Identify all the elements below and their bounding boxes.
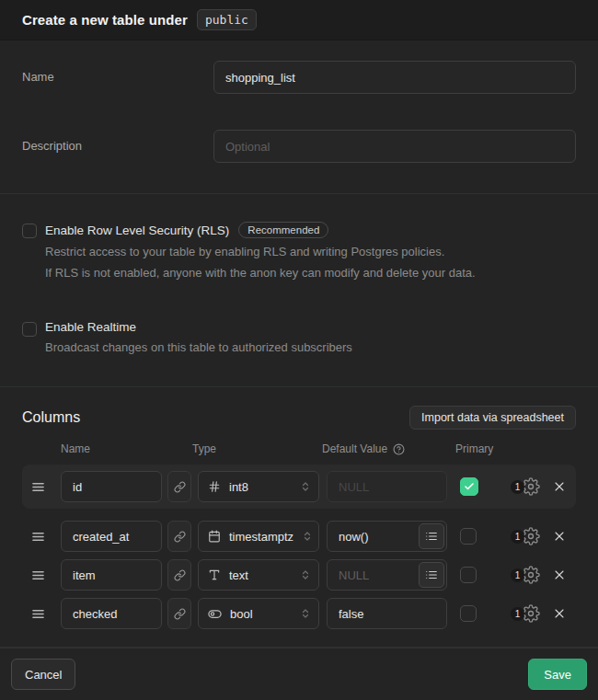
check-icon <box>464 481 475 492</box>
header-name: Name <box>61 442 192 455</box>
foreign-key-button[interactable] <box>167 598 191 629</box>
hash-icon <box>208 480 221 493</box>
default-suggestions-button[interactable] <box>419 562 444 588</box>
primary-checkbox[interactable] <box>460 477 478 496</box>
rls-label: Enable Row Level Security (RLS) <box>45 224 229 237</box>
chevrons-updown-icon <box>300 608 311 619</box>
gear-icon <box>522 477 540 496</box>
column-name-input[interactable] <box>61 521 162 552</box>
column-name-input[interactable] <box>61 598 162 629</box>
close-icon <box>552 568 567 582</box>
default-value-input <box>327 471 447 502</box>
default-value-input[interactable] <box>327 598 447 629</box>
column-rows: int8 1 <box>22 465 576 633</box>
chevrons-updown-icon <box>302 531 313 542</box>
column-name-input[interactable] <box>61 471 162 502</box>
remove-column-button[interactable] <box>552 568 567 582</box>
rls-description-line2: If RLS is not enabled, anyone with the a… <box>45 264 476 281</box>
column-settings-button[interactable]: 1 <box>511 604 540 623</box>
remove-column-button[interactable] <box>552 606 567 621</box>
column-type-label: text <box>229 568 292 582</box>
create-table-dialog: Create a new table under public Name Des… <box>0 0 598 700</box>
settings-count-badge: 1 <box>511 530 524 544</box>
column-settings-button[interactable]: 1 <box>511 477 540 496</box>
gear-icon <box>522 527 540 545</box>
primary-checkbox[interactable] <box>460 528 477 545</box>
list-icon <box>425 530 438 543</box>
column-type-label: timestamptz <box>229 530 293 544</box>
column-name-input[interactable] <box>61 559 162 591</box>
column-settings-button[interactable]: 1 <box>511 566 540 584</box>
link-icon <box>174 481 186 493</box>
column-type-select[interactable]: int8 <box>198 471 319 502</box>
name-label: Name <box>22 61 213 84</box>
rls-description-line1: Restrict access to your table by enablin… <box>45 243 476 260</box>
close-icon <box>552 606 567 621</box>
settings-count-badge: 1 <box>511 480 524 494</box>
column-type-select[interactable]: text <box>198 559 319 591</box>
calendar-icon <box>208 530 221 543</box>
table-description-input[interactable] <box>213 130 576 163</box>
table-name-input[interactable] <box>213 61 576 94</box>
column-type-select[interactable]: timestamptz <box>198 521 319 552</box>
remove-column-button[interactable] <box>552 529 567 544</box>
dialog-title: Create a new table under <box>22 12 188 28</box>
default-value-cell <box>327 598 447 629</box>
chevrons-updown-icon <box>300 481 311 492</box>
rls-checkbox[interactable] <box>22 224 37 238</box>
list-icon <box>425 568 438 581</box>
column-type-label: int8 <box>229 480 292 494</box>
primary-checkbox[interactable] <box>460 605 477 622</box>
close-icon <box>552 479 567 494</box>
save-button[interactable]: Save <box>528 659 587 690</box>
table-details-section: Name Description <box>0 40 598 194</box>
settings-count-badge: 1 <box>511 607 524 621</box>
header-default-value: Default Value <box>322 442 387 455</box>
close-icon <box>552 529 567 544</box>
chevrons-updown-icon <box>300 569 311 580</box>
import-spreadsheet-button[interactable]: Import data via spreadsheet <box>409 406 576 430</box>
drag-handle-icon[interactable] <box>31 480 52 494</box>
foreign-key-button[interactable] <box>167 559 191 591</box>
header-primary: Primary <box>455 442 567 455</box>
default-value-cell <box>327 521 447 552</box>
column-row-id: int8 1 <box>22 465 576 509</box>
settings-count-badge: 1 <box>511 568 524 582</box>
drag-handle-icon[interactable] <box>31 607 52 621</box>
description-label: Description <box>22 130 213 153</box>
cancel-button[interactable]: Cancel <box>11 659 75 690</box>
column-row-created-at: timestamptz 1 <box>22 517 576 556</box>
realtime-label: Enable Realtime <box>45 320 136 334</box>
foreign-key-button[interactable] <box>167 471 191 502</box>
text-type-icon <box>208 568 221 581</box>
header-type: Type <box>192 442 322 455</box>
default-value-cell <box>327 559 447 591</box>
columns-title: Columns <box>22 409 80 426</box>
name-field-row: Name <box>22 61 576 94</box>
foreign-key-button[interactable] <box>167 521 191 552</box>
dialog-header: Create a new table under public <box>0 0 598 40</box>
drag-handle-icon[interactable] <box>31 530 52 544</box>
link-icon <box>174 608 186 620</box>
help-circle-icon[interactable] <box>393 443 405 455</box>
column-type-select[interactable]: bool <box>198 598 319 629</box>
primary-checkbox[interactable] <box>460 567 477 583</box>
drag-handle-icon[interactable] <box>31 568 52 582</box>
columns-section: Columns Import data via spreadsheet Name… <box>0 387 598 648</box>
default-suggestions-button[interactable] <box>419 523 444 549</box>
gear-icon <box>522 604 540 623</box>
column-row-checked: bool 1 <box>22 594 576 633</box>
column-type-label: bool <box>230 607 292 621</box>
column-settings-button[interactable]: 1 <box>511 527 540 545</box>
toggle-icon <box>208 607 222 621</box>
column-row-item: text 1 <box>22 556 576 594</box>
dialog-footer: Cancel Save <box>0 648 598 700</box>
gear-icon <box>522 566 540 584</box>
description-field-row: Description <box>22 130 576 163</box>
rls-option: Enable Row Level Security (RLS) Recommen… <box>22 222 576 281</box>
realtime-checkbox[interactable] <box>22 322 37 337</box>
security-section: Enable Row Level Security (RLS) Recommen… <box>0 194 598 387</box>
columns-header-row: Name Type Default Value Primary <box>22 442 576 455</box>
remove-column-button[interactable] <box>552 479 567 494</box>
realtime-option: Enable Realtime Broadcast changes on thi… <box>22 320 576 356</box>
